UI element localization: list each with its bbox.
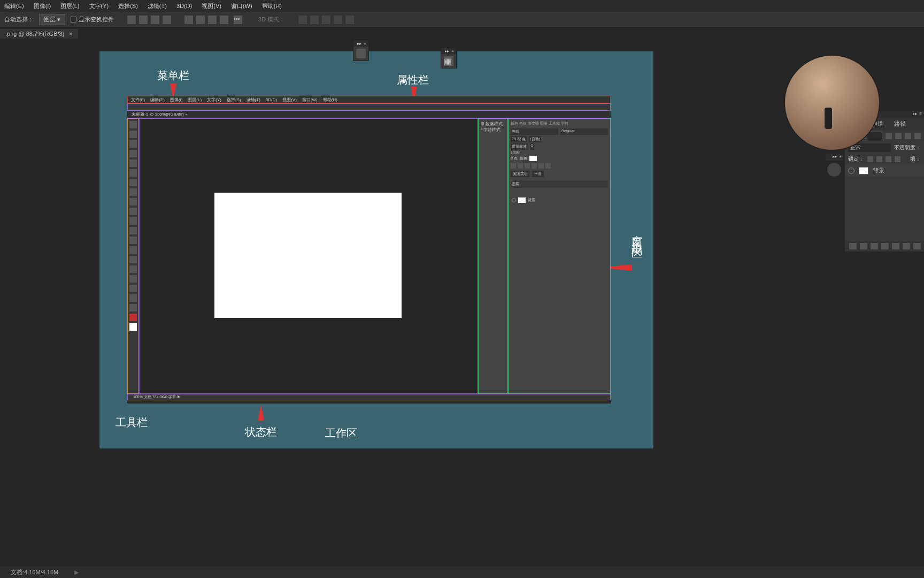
label-workarea: 工作区 — [325, 426, 357, 440]
inner-ext-panel: ⊞ 段落样式 ᴬ 字符样式 — [478, 118, 508, 394]
new-layer-icon[interactable] — [903, 243, 910, 249]
checkbox-icon — [71, 17, 76, 22]
layer-thumbnail — [859, 167, 868, 174]
visibility-icon[interactable] — [848, 168, 854, 174]
panel-menu-icon[interactable]: ≡ — [919, 111, 922, 118]
inner-panels: 颜色 色板 渐变图 图案 工具箱 字符 等线 Regular 28.22 点 (… — [508, 118, 611, 394]
doc-size: 文档:4.16M/4.16M — [11, 568, 58, 576]
filter-pixel-icon[interactable] — [886, 133, 892, 139]
menu-image[interactable]: 图像(I) — [34, 2, 51, 10]
label-toolbar: 工具栏 — [116, 415, 148, 430]
opacity-label: 不透明度： — [894, 144, 921, 151]
3d-zoom-icon[interactable] — [345, 16, 354, 24]
grid-icon[interactable]: ▦ — [444, 56, 453, 66]
menu-view[interactable]: 视图(V) — [202, 2, 221, 10]
float-panel-2[interactable]: ▸▸× ▦ — [441, 47, 457, 69]
menu-window[interactable]: 窗口(W) — [231, 2, 252, 10]
filter-adjust-icon[interactable] — [895, 133, 902, 139]
layer-style-icon[interactable] — [860, 243, 867, 249]
distribute-h-icon[interactable] — [163, 16, 171, 24]
layer-panel-footer — [845, 241, 924, 252]
collapse-icon[interactable]: ▸▸ — [357, 41, 361, 46]
lock-pixels-icon[interactable] — [867, 156, 873, 162]
inner-options-bar — [127, 103, 611, 111]
label-menubar: 菜单栏 — [157, 69, 189, 83]
close-tab-icon[interactable]: × — [69, 31, 72, 37]
diagram-image: 菜单栏 属性栏 文件标签栏 工具栏 状态栏 工作区 扩展窗口区 窗口泊坞区 文件… — [99, 51, 653, 448]
lock-all-icon[interactable] — [895, 156, 900, 162]
lock-label: 锁定： — [848, 155, 864, 163]
lock-artboard-icon[interactable] — [886, 156, 891, 162]
arrow-icon — [258, 405, 264, 421]
show-transform-check[interactable]: 显示变换控件 — [71, 16, 114, 24]
align-top-icon[interactable] — [184, 16, 193, 24]
main-menubar: 编辑(E) 图像(I) 图层(L) 文字(Y) 选择(S) 滤镜(T) 3D(D… — [0, 0, 924, 12]
status-bar: 文档:4.16M/4.16M ▶ — [0, 566, 924, 578]
collapse-icon[interactable]: ▸▸ — [833, 154, 837, 161]
presenter-webcam — [784, 55, 880, 151]
fill-label: 填： — [910, 155, 921, 163]
layer-mask-icon[interactable] — [871, 243, 878, 249]
collapse-icon[interactable]: ▸▸ — [445, 49, 449, 54]
collapse-icon[interactable]: ▸▸ — [913, 111, 917, 118]
align-bottom-icon[interactable] — [208, 16, 217, 24]
document-tab-bar: .png @ 88.7%(RGB/8) × — [0, 28, 924, 40]
layer-name: 背景 — [873, 166, 884, 174]
inner-canvas-area — [139, 118, 478, 394]
3d-roll-icon[interactable] — [310, 16, 319, 24]
delete-layer-icon[interactable] — [913, 243, 921, 249]
close-icon[interactable]: × — [364, 41, 366, 46]
align-right-icon[interactable] — [151, 16, 159, 24]
menu-select[interactable]: 选择(S) — [118, 2, 138, 10]
menu-help[interactable]: 帮助(H) — [262, 2, 282, 10]
menu-filter[interactable]: 滤镜(T) — [148, 2, 167, 10]
filter-shape-icon[interactable] — [914, 133, 921, 139]
lock-position-icon[interactable] — [876, 156, 882, 162]
3d-slide-icon[interactable] — [334, 16, 342, 24]
auto-select-target[interactable]: 图层 ▾ — [39, 14, 65, 25]
float-panel-1[interactable]: ▸▸× — [353, 40, 369, 61]
filter-type-icon[interactable] — [905, 133, 911, 139]
auto-select-label: 自动选择： — [4, 16, 34, 24]
align-center-h-icon[interactable] — [139, 16, 148, 24]
menu-edit[interactable]: 编辑(E) — [4, 2, 24, 10]
align-left-icon[interactable] — [127, 16, 136, 24]
close-icon[interactable]: × — [839, 154, 842, 161]
adjustments-icon[interactable] — [827, 163, 841, 177]
workspace: 菜单栏 属性栏 文件标签栏 工具栏 状态栏 工作区 扩展窗口区 窗口泊坞区 文件… — [0, 40, 924, 566]
adjustment-layer-icon[interactable] — [881, 243, 889, 249]
group-icon[interactable] — [892, 243, 899, 249]
inner-file-tab: 未标题-1 @ 100%(RGB/8#) × — [127, 111, 611, 118]
label-dockarea: 窗口泊坞区 — [630, 227, 644, 243]
close-icon[interactable]: × — [451, 49, 454, 54]
menu-type[interactable]: 文字(Y) — [89, 2, 109, 10]
status-chevron-icon[interactable]: ▶ — [74, 569, 79, 576]
3d-pan-icon[interactable] — [322, 16, 330, 24]
inner-toolbar — [127, 118, 139, 394]
tab-paths[interactable]: 路径 — [894, 120, 906, 128]
distribute-v-icon[interactable] — [220, 16, 228, 24]
inner-canvas — [214, 193, 402, 318]
color-icon[interactable] — [356, 49, 366, 58]
menu-3d[interactable]: 3D(D) — [176, 3, 192, 9]
link-layers-icon[interactable] — [849, 243, 857, 249]
label-statusbar: 状态栏 — [245, 425, 277, 439]
layer-row-background[interactable]: 背景 — [845, 164, 924, 177]
3d-orbit-icon[interactable] — [298, 16, 307, 24]
inner-status-bar: 100% 文档 762.0K/0 字节 ▶ — [127, 394, 611, 400]
menu-layer[interactable]: 图层(L) — [60, 2, 79, 10]
inner-ps-screenshot: 文件(F)编辑(E)图像(I) 图层(L)文字(Y)选择(S) 滤镜(T)3D(… — [127, 96, 611, 404]
label-attrbar: 属性栏 — [397, 73, 429, 87]
align-center-v-icon[interactable] — [196, 16, 205, 24]
dock-collapsed-2: ▸▸× — [826, 154, 843, 177]
document-tab[interactable]: .png @ 88.7%(RGB/8) × — [0, 29, 78, 39]
options-bar: 自动选择： 图层 ▾ 显示变换控件 ••• 3D 模式： — [0, 12, 924, 28]
more-options-icon[interactable]: ••• — [234, 16, 242, 24]
inner-menubar: 文件(F)编辑(E)图像(I) 图层(L)文字(Y)选择(S) 滤镜(T)3D(… — [127, 96, 611, 103]
mode-3d-label: 3D 模式： — [258, 16, 285, 24]
